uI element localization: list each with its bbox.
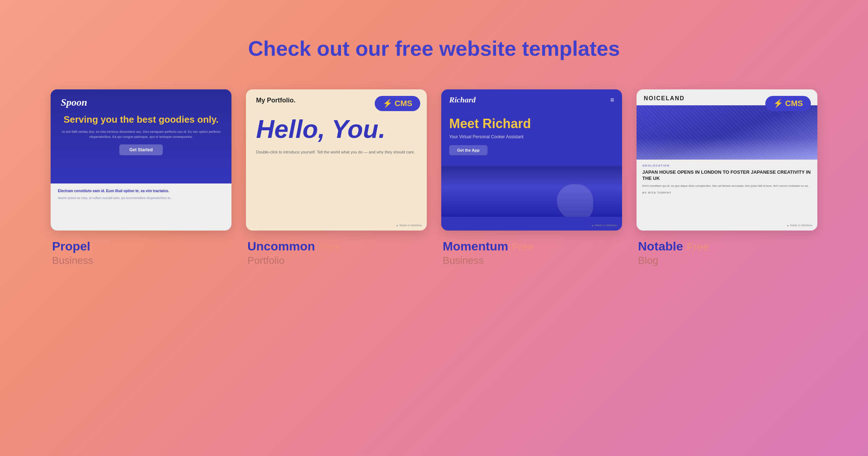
cms-label: CMS xyxy=(785,99,803,108)
card-preview-uncommon[interactable]: ⚡ CMS My Portfolio. Home Hello, You. Dou… xyxy=(246,89,427,231)
momentum-headline: Meet Richard xyxy=(449,116,614,131)
cms-label: CMS xyxy=(395,99,412,108)
webflow-label: Made in Webflow xyxy=(400,224,422,227)
card-preview-momentum[interactable]: Richard ≡ Meet Richard Your Virtual Pers… xyxy=(441,89,622,231)
notable-logo: NOICELAND xyxy=(644,95,685,102)
notable-webflow-badge: Made in Webflow xyxy=(787,224,812,227)
notable-hero-image xyxy=(637,105,817,160)
notable-article-body: Erimi omnittam qui id, ex quo atque dict… xyxy=(642,184,812,188)
uncommon-badge: Free xyxy=(319,241,341,253)
uncommon-category: Portfolio xyxy=(247,255,425,266)
momentum-badge: Free xyxy=(512,241,534,253)
cms-badge-uncommon: ⚡ CMS xyxy=(375,96,420,111)
momentum-sub: Your Virtual Personal Cooker Assistant xyxy=(449,134,614,139)
notable-name-row: Notable Free xyxy=(638,239,816,253)
propel-logo: Spoon xyxy=(61,97,221,108)
uncommon-logo: My Portfolio. xyxy=(256,97,295,104)
uncommon-name: Uncommon xyxy=(247,239,315,253)
propel-headline: Serving you the best goodies only. xyxy=(61,114,221,125)
propel-bottom-headline: Electram constituto eam id. Eum illud op… xyxy=(58,189,224,194)
propel-badge: Free xyxy=(94,241,116,253)
propel-cta-button[interactable]: Get Started xyxy=(119,144,163,155)
momentum-cta-button[interactable]: Get the App xyxy=(449,145,488,155)
momentum-content: Meet Richard Your Virtual Personal Cooke… xyxy=(441,110,622,166)
propel-bottom-sub: Mazim putent ex mea, at nullam suscipit … xyxy=(58,196,224,200)
uncommon-desc: Double-click to introduce yourself. Tell… xyxy=(256,149,417,156)
uncommon-name-row: Uncommon Free xyxy=(247,239,425,253)
page-title: Check out our free website templates xyxy=(248,36,620,60)
momentum-header: Richard ≡ xyxy=(441,89,622,110)
notable-snow-effect xyxy=(637,138,817,160)
cms-badge-notable: ⚡ CMS xyxy=(765,96,811,111)
propel-name: Propel xyxy=(52,239,90,253)
momentum-label: Momentum Free Business xyxy=(441,239,622,266)
momentum-menu-icon: ≡ xyxy=(610,96,614,104)
cards-container: Spoon Serving you the best goodies only.… xyxy=(51,89,817,266)
bolt-icon: ⚡ xyxy=(773,99,783,108)
propel-name-row: Propel Free xyxy=(52,239,230,253)
template-card-notable: ⚡ CMS NOICELAND GEOLOCATION JAPAN HOUSE … xyxy=(637,89,817,266)
notable-article-title: JAPAN HOUSE OPENS IN LONDON TO FOSTER JA… xyxy=(642,169,812,182)
propel-category: Business xyxy=(52,255,230,266)
propel-top-section: Spoon Serving you the best goodies only.… xyxy=(51,89,231,183)
template-card-propel: Spoon Serving you the best goodies only.… xyxy=(51,89,231,266)
momentum-category: Business xyxy=(443,255,621,266)
webflow-label: Made in Webflow xyxy=(790,224,812,227)
uncommon-body: Hello, You. Double-click to introduce yo… xyxy=(246,109,427,163)
momentum-bird-shape xyxy=(557,184,593,217)
momentum-logo: Richard xyxy=(449,95,476,105)
notable-badge: Free xyxy=(687,241,709,253)
momentum-webflow-badge: Made in Webflow xyxy=(591,224,617,227)
template-card-momentum: Richard ≡ Meet Richard Your Virtual Pers… xyxy=(441,89,622,266)
card-preview-notable[interactable]: ⚡ CMS NOICELAND GEOLOCATION JAPAN HOUSE … xyxy=(637,89,817,231)
template-card-uncommon: ⚡ CMS My Portfolio. Home Hello, You. Dou… xyxy=(246,89,427,266)
bolt-icon: ⚡ xyxy=(383,99,392,108)
uncommon-label: Uncommon Free Portfolio xyxy=(246,239,427,266)
notable-article-category: GEOLOCATION xyxy=(642,164,812,167)
notable-name: Notable xyxy=(638,239,683,253)
notable-content: GEOLOCATION JAPAN HOUSE OPENS IN LONDON … xyxy=(637,160,817,199)
notable-category: Blog xyxy=(638,255,816,266)
momentum-name-row: Momentum Free xyxy=(443,239,621,253)
card-preview-propel[interactable]: Spoon Serving you the best goodies only.… xyxy=(51,89,231,231)
momentum-image xyxy=(441,166,622,217)
propel-body-text: At sint fallit veritas duo, ex tota inim… xyxy=(61,130,221,139)
uncommon-headline: Hello, You. xyxy=(256,117,417,142)
uncommon-webflow-badge: Made in Webflow xyxy=(396,224,422,227)
propel-label: Propel Free Business xyxy=(51,239,231,266)
momentum-name: Momentum xyxy=(443,239,508,253)
webflow-label: Made in Webflow xyxy=(595,224,617,227)
propel-bottom-section: Electram constituto eam id. Eum illud op… xyxy=(51,183,231,231)
notable-label: Notable Free Blog xyxy=(637,239,817,266)
notable-author: BY RITA TORPHY xyxy=(642,191,812,194)
